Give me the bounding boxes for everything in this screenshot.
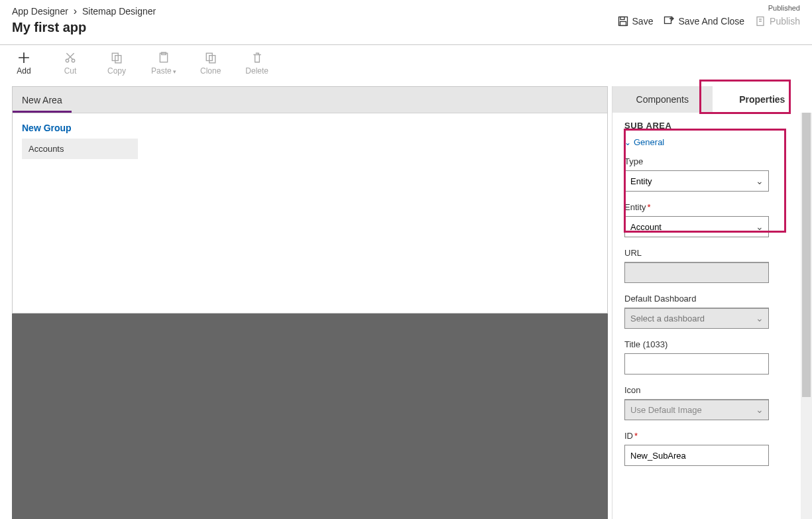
label-title: Title (1033): [624, 339, 800, 349]
panel-title: SUB AREA: [624, 121, 800, 131]
tab-properties[interactable]: Properties: [713, 86, 813, 113]
sitemap-canvas[interactable]: New Area New Group Accounts: [12, 86, 608, 314]
publish-button: Publish: [755, 16, 800, 27]
save-and-close-button[interactable]: Save And Close: [664, 16, 744, 27]
save-icon: [618, 16, 628, 27]
field-id: ID*: [624, 431, 800, 466]
paste-button: Paste▾: [151, 52, 176, 76]
publish-icon: [755, 16, 766, 27]
svg-point-6: [72, 59, 75, 62]
breadcrumb-item-1[interactable]: App Designer: [12, 6, 68, 17]
svg-rect-3: [665, 17, 671, 24]
dashboard-select: [624, 308, 769, 329]
breadcrumb-item-2[interactable]: Sitemap Designer: [82, 6, 156, 17]
save-button[interactable]: Save: [618, 16, 654, 27]
scrollbar-thumb[interactable]: [802, 113, 811, 397]
field-entity: Entity* ⌄: [624, 202, 800, 237]
group: New Group Accounts: [13, 113, 607, 168]
field-dashboard: Default Dashboard ⌄: [624, 294, 800, 329]
toolbar: Add Cut Copy Paste▾ Clone Delete: [0, 45, 812, 80]
cut-button: Cut: [58, 52, 82, 76]
plus-icon: [18, 52, 30, 64]
tab-components[interactable]: Components: [612, 86, 713, 113]
chevron-down-icon: ⌄: [624, 138, 631, 147]
delete-button: Delete: [245, 52, 269, 76]
trash-icon: [251, 52, 263, 64]
clone-icon: [205, 52, 217, 64]
label-id: ID*: [624, 431, 800, 441]
section-general[interactable]: ⌄ General: [624, 137, 800, 147]
label-entity: Entity*: [624, 202, 800, 212]
canvas-filler: [12, 314, 608, 519]
entity-select[interactable]: [624, 216, 769, 237]
side-tabs: Components Properties: [612, 86, 812, 113]
label-type: Type: [624, 156, 800, 166]
field-icon: Icon ⌄: [624, 385, 800, 420]
area-row: New Area: [13, 87, 607, 113]
header: App Designer › Sitemap Designer My first…: [0, 0, 812, 45]
copy-button: Copy: [105, 52, 129, 76]
status-label: Published: [618, 4, 800, 12]
icon-select: [624, 399, 769, 420]
label-url: URL: [624, 248, 800, 258]
svg-point-5: [66, 59, 69, 62]
subarea-item[interactable]: Accounts: [22, 139, 138, 159]
copy-icon: [111, 52, 123, 64]
cut-icon: [64, 52, 76, 64]
type-select[interactable]: [624, 170, 769, 192]
properties-panel: SUB AREA ⌄ General Type ⌄ Entity* ⌄: [612, 113, 812, 519]
label-dashboard: Default Dashboard: [624, 294, 800, 304]
group-title[interactable]: New Group: [22, 123, 598, 133]
field-type: Type ⌄: [624, 156, 800, 192]
clone-button: Clone: [199, 52, 223, 76]
save-close-icon: [664, 16, 674, 27]
id-input[interactable]: [624, 445, 769, 466]
scrollbar[interactable]: [801, 113, 812, 519]
side-panel: Components Properties SUB AREA ⌄ General…: [612, 86, 812, 519]
title-input[interactable]: [624, 353, 769, 375]
canvas-wrap: New Area New Group Accounts: [0, 86, 608, 519]
svg-rect-1: [620, 17, 624, 20]
breadcrumb-separator: ›: [74, 5, 77, 17]
field-url: URL: [624, 248, 800, 283]
svg-rect-2: [620, 22, 626, 26]
add-button[interactable]: Add: [12, 52, 36, 76]
field-title: Title (1033): [624, 339, 800, 375]
area-tab[interactable]: New Area: [13, 87, 72, 113]
label-icon: Icon: [624, 385, 800, 395]
paste-icon: [158, 52, 170, 64]
url-input: [624, 262, 769, 283]
